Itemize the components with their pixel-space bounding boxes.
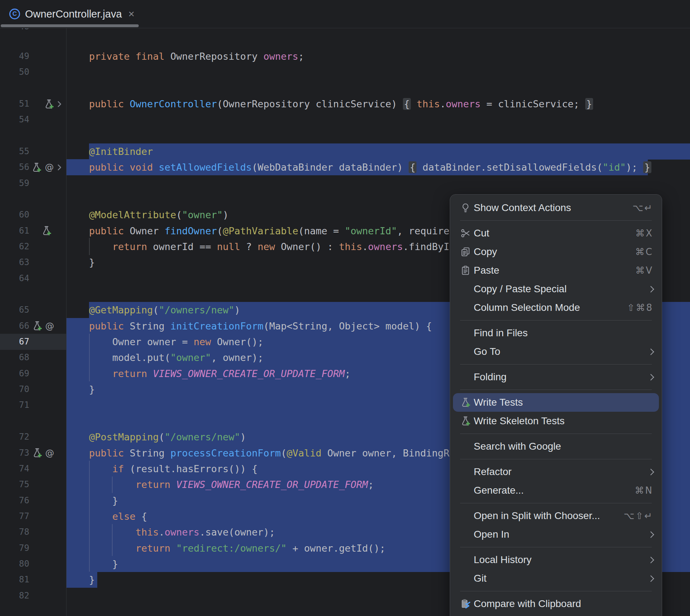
line-number: 61 xyxy=(0,223,29,239)
menu-item-compare-with-clipboard[interactable]: Compare with Clipboard xyxy=(450,595,662,613)
menu-item-paste[interactable]: Paste⌘V xyxy=(450,261,662,280)
menu-item-column-selection-mode[interactable]: Column Selection Mode⇧⌘8 xyxy=(450,298,662,317)
code-text[interactable]: } xyxy=(89,493,118,509)
at-glyph: @ xyxy=(45,448,54,458)
menu-item-refactor[interactable]: Refactor xyxy=(450,463,662,481)
line-number: 67 xyxy=(0,334,29,350)
code-text[interactable]: public void setAllowedFields(WebDataBind… xyxy=(89,159,651,175)
compare-icon xyxy=(460,598,474,609)
line-number: 73 xyxy=(0,445,29,461)
java-class-icon: C xyxy=(9,9,20,19)
write-tests-flask-icon[interactable] xyxy=(31,162,42,173)
code-line[interactable]: 56@public void setAllowedFields(WebDataB… xyxy=(0,159,690,175)
code-line[interactable]: 50 xyxy=(0,64,690,80)
at-glyph: @ xyxy=(45,162,54,172)
code-text[interactable]: model.put("owner", owner); xyxy=(89,349,263,366)
code-line[interactable]: 49private final OwnerRepository owners; xyxy=(0,48,690,64)
lightbulb-icon xyxy=(460,202,474,213)
code-text[interactable]: else { xyxy=(89,508,147,524)
menu-item-find-in-files[interactable]: Find in Files xyxy=(450,324,662,342)
menu-item-cut[interactable]: Cut⌘X xyxy=(450,224,662,243)
code-text[interactable]: private final OwnerRepository owners; xyxy=(89,48,304,64)
write-tests-flask-icon[interactable] xyxy=(43,98,55,110)
menu-item-folding[interactable]: Folding xyxy=(450,368,662,386)
code-text[interactable]: if (result.hasErrors()) { xyxy=(89,461,257,477)
menu-separator xyxy=(460,320,652,321)
write-tests-flask-icon[interactable] xyxy=(31,320,43,332)
code-line[interactable]: 59 xyxy=(0,175,690,191)
code-text[interactable]: @GetMapping("/owners/new") xyxy=(89,302,240,318)
code-text[interactable]: this.owners.save(owner); xyxy=(89,524,275,540)
tab-strip-scrollbar[interactable] xyxy=(1,24,139,27)
menu-item-label: Git xyxy=(474,573,644,584)
code-text[interactable]: } xyxy=(89,254,95,270)
menu-item-search-with-google[interactable]: Search with Google xyxy=(450,437,662,456)
code-text[interactable]: @InitBinder xyxy=(89,143,153,160)
menu-item-show-context-actions[interactable]: Show Context Actions⌥↵ xyxy=(450,199,662,217)
line-number: 62 xyxy=(0,239,29,255)
menu-separator xyxy=(460,503,652,503)
menu-shortcut: ⌥↵ xyxy=(632,202,653,213)
menu-shortcut: ⌘X xyxy=(635,228,653,239)
code-line[interactable]: 55@InitBinder xyxy=(0,143,690,160)
menu-separator xyxy=(460,459,652,459)
menu-separator xyxy=(460,434,652,434)
flask-icon xyxy=(460,397,474,408)
tab-close-icon[interactable]: × xyxy=(128,9,135,19)
annotated-icon[interactable]: @ xyxy=(44,447,55,459)
code-text[interactable]: public String initCreationForm(Map<Strin… xyxy=(89,318,432,334)
menu-item-go-to[interactable]: Go To xyxy=(450,342,662,361)
menu-shortcut: ⌘N xyxy=(635,485,653,496)
menu-item-copy[interactable]: Copy⌘C xyxy=(450,243,662,261)
line-number: 56 xyxy=(0,159,29,175)
fold-chevron-icon[interactable] xyxy=(54,162,65,173)
annotated-icon[interactable]: @ xyxy=(44,320,55,332)
code-text[interactable]: public OwnerController(OwnerRepository c… xyxy=(89,96,593,112)
code-text[interactable]: @PostMapping("/owners/new") xyxy=(89,429,246,445)
code-text[interactable]: return VIEWS_OWNER_CREATE_OR_UPDATE_FORM… xyxy=(89,476,374,493)
code-text[interactable]: return "redirect:/owners/" + owner.getId… xyxy=(89,540,385,556)
line-number: 51 xyxy=(0,96,29,112)
editor-tab-ownercontroller[interactable]: C OwnerController.java × xyxy=(0,0,144,28)
line-number: 80 xyxy=(0,556,29,572)
menu-item-generate[interactable]: Generate...⌘N xyxy=(450,481,662,500)
line-number: 66 xyxy=(0,318,29,334)
code-text[interactable]: Owner owner = new Owner(); xyxy=(89,334,263,350)
code-text[interactable]: } xyxy=(89,572,95,588)
code-text[interactable]: } xyxy=(89,381,95,397)
line-number: 71 xyxy=(0,397,29,413)
paste-icon xyxy=(460,265,474,276)
menu-item-label: Copy / Paste Special xyxy=(474,283,644,295)
menu-item-local-history[interactable]: Local History xyxy=(450,551,662,569)
menu-item-label: Copy xyxy=(474,246,635,258)
code-text[interactable]: return VIEWS_OWNER_CREATE_OR_UPDATE_FORM… xyxy=(89,366,351,382)
selection-highlight xyxy=(89,143,690,160)
code-line[interactable]: 51public OwnerController(OwnerRepository… xyxy=(0,96,690,112)
line-number: 55 xyxy=(0,143,29,160)
line-number: 78 xyxy=(0,524,29,540)
menu-item-write-skeleton-tests[interactable]: Write Skeleton Tests xyxy=(450,412,662,430)
write-tests-flask-icon[interactable] xyxy=(41,225,52,236)
menu-item-open-in-split-with-chooser[interactable]: Open in Split with Chooser...⌥⇧↵ xyxy=(450,507,662,525)
menu-item-label: Column Selection Mode xyxy=(474,302,627,313)
menu-item-write-tests[interactable]: Write Tests xyxy=(453,393,659,412)
at-glyph: @ xyxy=(45,321,54,331)
submenu-chevron-icon xyxy=(647,531,654,538)
code-line[interactable] xyxy=(0,128,690,144)
code-text[interactable]: } xyxy=(89,556,118,572)
menu-item-git[interactable]: Git xyxy=(450,569,662,588)
menu-item-label: Local History xyxy=(474,554,644,566)
code-line[interactable] xyxy=(0,80,690,96)
write-tests-flask-icon[interactable] xyxy=(31,447,43,459)
menu-item-copy-paste-special[interactable]: Copy / Paste Special xyxy=(450,280,662,298)
menu-item-label: Show Context Actions xyxy=(474,202,632,214)
line-number: 59 xyxy=(0,175,29,191)
menu-item-label: Compare with Clipboard xyxy=(474,598,653,610)
line-number: 68 xyxy=(0,349,29,366)
code-text[interactable]: @ModelAttribute("owner") xyxy=(89,207,228,223)
menu-item-open-in[interactable]: Open In xyxy=(450,525,662,544)
menu-separator xyxy=(460,591,652,591)
code-line[interactable]: 54 xyxy=(0,112,690,128)
fold-chevron-icon[interactable] xyxy=(54,98,65,110)
scissors-icon xyxy=(460,228,474,239)
